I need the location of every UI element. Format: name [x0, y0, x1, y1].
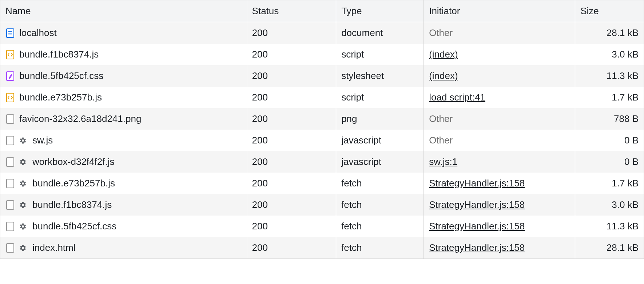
- initiator-text: Other: [429, 27, 453, 38]
- cell-size: 3.0 kB: [575, 194, 644, 216]
- table-row[interactable]: bundle.f1bc8374.js200fetchStrategyHandle…: [0, 194, 644, 216]
- cell-size: 28.1 kB: [575, 237, 644, 259]
- svg-rect-7: [7, 115, 14, 123]
- cell-initiator[interactable]: StrategyHandler.js:158: [424, 194, 575, 216]
- gear-icon: [19, 201, 27, 209]
- initiator-link[interactable]: StrategyHandler.js:158: [429, 221, 525, 232]
- table-row[interactable]: localhost200documentOther28.1 kB: [0, 22, 644, 44]
- cell-name[interactable]: workbox-d32f4f2f.js: [0, 151, 247, 173]
- cell-size: 0 B: [575, 130, 644, 151]
- cell-initiator: Other: [424, 22, 575, 44]
- cell-initiator[interactable]: (index): [424, 44, 575, 65]
- table-row[interactable]: bundle.e73b257b.js200fetchStrategyHandle…: [0, 173, 644, 194]
- stylesheet-icon: [5, 71, 15, 81]
- cell-type: png: [336, 108, 424, 130]
- cell-name[interactable]: index.html: [0, 237, 247, 259]
- gear-icon: [19, 222, 27, 231]
- cell-name[interactable]: sw.js: [0, 130, 247, 151]
- table-row[interactable]: bundle.f1bc8374.js200script(index)3.0 kB: [0, 44, 644, 65]
- gear-icon: [19, 158, 27, 166]
- cell-type: document: [336, 22, 424, 44]
- request-name: bundle.5fb425cf.css: [32, 221, 116, 232]
- cell-name[interactable]: bundle.f1bc8374.js: [0, 194, 247, 216]
- file-icon: [5, 136, 15, 145]
- cell-type: stylesheet: [336, 65, 424, 87]
- cell-type: javascript: [336, 151, 424, 173]
- header-row: Name Status Type Initiator Size: [0, 0, 644, 22]
- cell-size: 11.3 kB: [575, 216, 644, 237]
- cell-status: 200: [247, 65, 336, 87]
- table-row[interactable]: bundle.5fb425cf.css200fetchStrategyHandl…: [0, 216, 644, 237]
- column-header-type[interactable]: Type: [336, 0, 424, 22]
- cell-status: 200: [247, 194, 336, 216]
- svg-rect-12: [7, 222, 14, 231]
- cell-initiator[interactable]: StrategyHandler.js:158: [424, 237, 575, 259]
- cell-status: 200: [247, 216, 336, 237]
- cell-size: 28.1 kB: [575, 22, 644, 44]
- cell-initiator[interactable]: StrategyHandler.js:158: [424, 216, 575, 237]
- initiator-text: Other: [429, 113, 453, 124]
- request-name: sw.js: [32, 135, 53, 146]
- initiator-link[interactable]: StrategyHandler.js:158: [429, 178, 525, 189]
- cell-name[interactable]: localhost: [0, 22, 247, 44]
- svg-rect-11: [7, 201, 14, 209]
- initiator-link[interactable]: (index): [429, 70, 458, 81]
- cell-initiator[interactable]: (index): [424, 65, 575, 87]
- table-row[interactable]: workbox-d32f4f2f.js200javascriptsw.js:10…: [0, 151, 644, 173]
- cell-type: fetch: [336, 194, 424, 216]
- cell-initiator: Other: [424, 108, 575, 130]
- initiator-link[interactable]: load script:41: [429, 92, 485, 103]
- table-row[interactable]: index.html200fetchStrategyHandler.js:158…: [0, 237, 644, 259]
- svg-rect-8: [7, 136, 14, 145]
- request-name: localhost: [19, 27, 57, 39]
- network-table: Name Status Type Initiator Size localhos…: [0, 0, 644, 259]
- request-name: bundle.e73b257b.js: [32, 178, 115, 189]
- request-name: bundle.5fb425cf.css: [19, 70, 103, 82]
- cell-initiator[interactable]: StrategyHandler.js:158: [424, 173, 575, 194]
- table-header: Name Status Type Initiator Size: [0, 0, 644, 22]
- cell-type: script: [336, 44, 424, 65]
- initiator-link[interactable]: (index): [429, 49, 458, 60]
- table-row[interactable]: favicon-32x32.6a18d241.png200pngOther788…: [0, 108, 644, 130]
- gear-icon: [19, 179, 27, 188]
- initiator-link[interactable]: StrategyHandler.js:158: [429, 199, 525, 210]
- cell-name[interactable]: bundle.e73b257b.js: [0, 173, 247, 194]
- cell-type: script: [336, 87, 424, 108]
- gear-icon: [19, 136, 27, 145]
- script-icon: [5, 93, 15, 102]
- table-row[interactable]: bundle.e73b257b.js200scriptload script:4…: [0, 87, 644, 108]
- cell-size: 3.0 kB: [575, 44, 644, 65]
- file-icon: [5, 222, 15, 231]
- cell-name[interactable]: bundle.e73b257b.js: [0, 87, 247, 108]
- cell-status: 200: [247, 87, 336, 108]
- cell-size: 11.3 kB: [575, 65, 644, 87]
- table-row[interactable]: bundle.5fb425cf.css200stylesheet(index)1…: [0, 65, 644, 87]
- initiator-link[interactable]: sw.js:1: [429, 156, 457, 167]
- column-header-size[interactable]: Size: [575, 0, 644, 22]
- cell-type: fetch: [336, 216, 424, 237]
- cell-name[interactable]: bundle.5fb425cf.css: [0, 216, 247, 237]
- cell-size: 1.7 kB: [575, 87, 644, 108]
- file-icon: [5, 243, 15, 253]
- cell-size: 0 B: [575, 151, 644, 173]
- request-name: bundle.f1bc8374.js: [32, 199, 112, 210]
- cell-initiator[interactable]: load script:41: [424, 87, 575, 108]
- column-header-initiator[interactable]: Initiator: [424, 0, 575, 22]
- cell-name[interactable]: favicon-32x32.6a18d241.png: [0, 108, 247, 130]
- cell-name[interactable]: bundle.f1bc8374.js: [0, 44, 247, 65]
- svg-rect-10: [7, 179, 14, 188]
- column-header-name[interactable]: Name: [0, 0, 247, 22]
- table-body: localhost200documentOther28.1 kBbundle.f…: [0, 22, 644, 259]
- initiator-link[interactable]: StrategyHandler.js:158: [429, 242, 525, 253]
- file-icon: [5, 179, 15, 188]
- request-name: favicon-32x32.6a18d241.png: [19, 113, 141, 125]
- file-icon: [5, 157, 15, 167]
- cell-initiator[interactable]: sw.js:1: [424, 151, 575, 173]
- initiator-text: Other: [429, 135, 453, 146]
- table-row[interactable]: sw.js200javascriptOther0 B: [0, 130, 644, 151]
- cell-name[interactable]: bundle.5fb425cf.css: [0, 65, 247, 87]
- cell-status: 200: [247, 173, 336, 194]
- column-header-status[interactable]: Status: [247, 0, 336, 22]
- cell-status: 200: [247, 22, 336, 44]
- request-name: bundle.e73b257b.js: [19, 92, 102, 103]
